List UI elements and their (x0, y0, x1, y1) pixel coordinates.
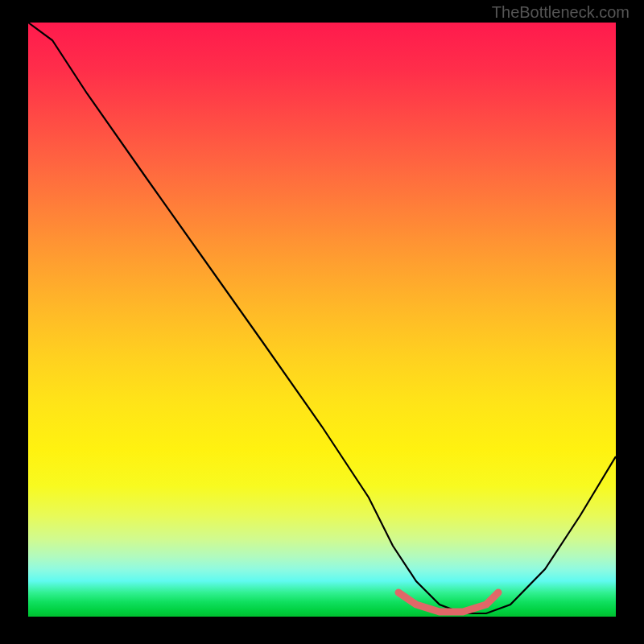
highlight-segment-path (398, 592, 498, 612)
watermark-text: TheBottleneck.com (492, 3, 630, 22)
chart-svg (28, 23, 616, 617)
chart-plot-area (28, 23, 616, 617)
bottleneck-curve-path (28, 23, 616, 613)
